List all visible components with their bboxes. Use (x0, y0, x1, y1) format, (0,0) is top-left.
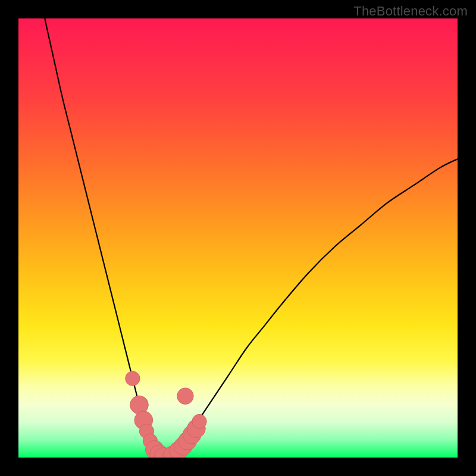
data-marker (178, 432, 197, 450)
data-marker (192, 414, 206, 428)
data-marker (177, 388, 193, 404)
data-marker (154, 447, 173, 458)
data-marker (134, 411, 153, 430)
data-marker (126, 371, 140, 386)
data-marker (170, 441, 188, 458)
data-marker (174, 437, 192, 455)
bottleneck-curve (18, 18, 458, 458)
data-marker (150, 445, 168, 458)
data-marker (145, 440, 164, 458)
data-marker (187, 419, 206, 438)
watermark-label: TheBottleneck.com (353, 4, 468, 19)
chart-frame: TheBottleneck.com (0, 0, 476, 476)
data-marker (143, 434, 157, 448)
data-marker (130, 396, 149, 414)
plot-area (18, 18, 458, 458)
data-marker (139, 424, 154, 439)
data-marker (183, 425, 201, 444)
data-marker (163, 446, 181, 458)
data-markers (18, 18, 458, 458)
